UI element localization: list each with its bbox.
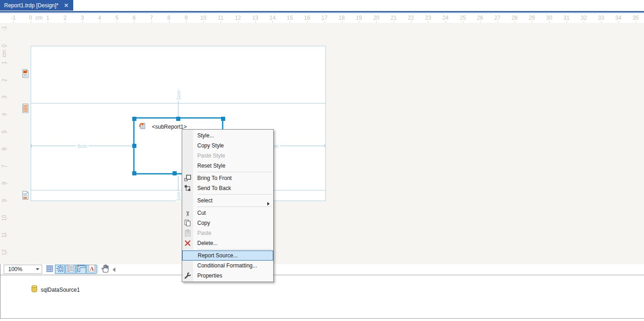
close-tab-icon[interactable]: ✕	[64, 2, 69, 9]
v-ruler-unit: cm	[1, 50, 7, 57]
scroll-left-arrow[interactable]	[113, 267, 115, 272]
design-surface[interactable]: 6cm 6cm 1cm 1cm <subR	[0, 23, 644, 264]
document-tab-bar: Report1.trdp [Design]* ✕	[0, 0, 644, 11]
cut-icon: ✂	[184, 209, 191, 217]
vertical-ruler: -10123456789101112cm	[0, 23, 9, 264]
report-designer-window: Report1.trdp [Design]* ✕ -10123456789101…	[0, 0, 644, 321]
corner-ruler-icon	[77, 264, 86, 274]
panel-left-border	[0, 264, 0, 319]
v-ruler-tick	[6, 132, 8, 132]
h-ruler-number: 25	[460, 15, 465, 21]
h-ruler-number: 4	[98, 15, 101, 21]
grid-icon	[45, 264, 54, 274]
h-ruler-number: 29	[529, 15, 535, 21]
h-ruler-number: 13	[252, 15, 258, 21]
tab-report1-design[interactable]: Report1.trdp [Design]* ✕	[0, 0, 73, 11]
menu-separator	[197, 194, 272, 195]
menu-item-conditional-formatting[interactable]: Conditional Formatting...	[182, 261, 273, 271]
h-ruler-number: 31	[563, 15, 569, 21]
designer-bottom-toolbar: 100%	[0, 264, 644, 275]
v-ruler-tick	[6, 28, 8, 29]
show-rulers-button[interactable]	[76, 265, 86, 274]
h-ruler-number: 2	[64, 15, 67, 21]
snap-to-grid-button[interactable]	[55, 265, 65, 274]
v-ruler-tick	[6, 97, 8, 98]
menu-item-cut[interactable]: ✂ Cut	[182, 208, 273, 218]
menu-item-report-source[interactable]: Report Source...	[182, 250, 273, 261]
zoom-dropdown-arrow-icon[interactable]	[36, 268, 39, 270]
v-ruler-tick	[6, 201, 8, 201]
bring-to-front-icon	[184, 174, 191, 182]
show-grid-button[interactable]	[44, 265, 54, 274]
h-ruler-number: 11	[218, 15, 223, 21]
menu-item-copy-style[interactable]: Copy Style	[182, 141, 273, 151]
h-ruler-number: -1	[11, 15, 16, 21]
paste-icon	[184, 229, 191, 237]
detail-section-icon[interactable]	[22, 103, 29, 113]
h-ruler-number: 15	[287, 15, 293, 21]
menu-item-reset-style[interactable]: Reset Style	[182, 161, 273, 171]
svg-text:A: A	[90, 266, 94, 272]
data-source-item[interactable]: sqlDataSource1	[31, 285, 80, 294]
selection-handle-bottom-left[interactable]	[132, 171, 136, 175]
h-ruler-number: 18	[339, 15, 345, 21]
horizontal-ruler: -101234567891011121314151617181920212223…	[0, 13, 644, 23]
page-header-section-icon[interactable]	[22, 69, 29, 78]
menu-item-style[interactable]: Style...	[182, 131, 273, 141]
menu-item-send-to-back[interactable]: Send To Back	[182, 183, 273, 193]
menu-item-delete[interactable]: Delete...	[182, 238, 273, 248]
database-icon	[31, 285, 38, 294]
context-menu: Style... Copy Style Paste Style Reset St…	[182, 129, 274, 282]
h-ruler-number: 32	[581, 15, 587, 21]
h-ruler-number: 24	[443, 15, 449, 21]
tab-title: Report1.trdp [Design]*	[4, 2, 59, 9]
h-ruler-number: 26	[477, 15, 483, 21]
left-distance-label: 6cm	[76, 143, 89, 149]
h-ruler-number: 14	[270, 15, 276, 21]
menu-item-bring-to-front[interactable]: Bring To Front	[182, 173, 273, 183]
menu-item-properties[interactable]: Properties	[182, 271, 273, 281]
v-ruler-tick	[6, 46, 8, 46]
v-ruler-tick	[6, 80, 8, 81]
menu-item-copy[interactable]: Copy	[182, 218, 273, 228]
selection-handle-top-middle[interactable]	[176, 117, 180, 121]
h-ruler-number: 10	[200, 15, 206, 21]
h-ruler-number: 1	[46, 15, 49, 21]
page-footer-section-icon[interactable]	[22, 190, 29, 200]
wrench-icon	[184, 272, 191, 279]
right-guide-tick	[325, 144, 325, 147]
selection-handle-top-right[interactable]	[221, 117, 225, 121]
bottom-distance-label: 1cm	[176, 191, 181, 202]
zoom-level-combobox[interactable]: 100%	[4, 265, 42, 274]
v-ruler-tick	[6, 166, 8, 167]
h-ruler-number: 17	[321, 15, 327, 21]
h-ruler-number: 12	[235, 15, 241, 21]
h-ruler-number: 22	[408, 15, 414, 21]
show-text-markers-button[interactable]: A	[87, 265, 97, 274]
h-ruler-number: 3	[81, 15, 84, 21]
h-ruler-number: 23	[425, 15, 431, 21]
submenu-arrow-icon	[267, 199, 270, 209]
h-ruler-number: 28	[512, 15, 518, 21]
v-ruler-tick	[6, 183, 8, 184]
menu-separator	[197, 207, 272, 207]
h-ruler-number: 20	[373, 15, 379, 21]
menu-item-select[interactable]: Select	[182, 196, 273, 206]
menu-item-paste: Paste	[182, 228, 273, 238]
h-ruler-number: 16	[304, 15, 310, 21]
h-ruler-number: 19	[356, 15, 362, 21]
lined-page-icon	[66, 264, 75, 274]
zoom-level-value: 100%	[4, 266, 36, 272]
pan-tool-button[interactable]	[100, 265, 110, 274]
h-ruler-number: 27	[494, 15, 500, 21]
selection-handle-top-left[interactable]	[132, 117, 136, 121]
h-ruler-number: 33	[598, 15, 604, 21]
top-distance-label: 1cm	[176, 90, 181, 101]
h-ruler-number: 34	[615, 15, 621, 21]
letter-a-page-icon: A	[87, 264, 96, 274]
v-ruler-tick	[6, 218, 8, 218]
selection-handle-bottom-middle[interactable]	[173, 171, 177, 175]
show-snap-lines-button[interactable]	[65, 265, 76, 274]
copy-icon	[184, 219, 191, 227]
selection-handle-middle-left[interactable]	[132, 144, 136, 148]
